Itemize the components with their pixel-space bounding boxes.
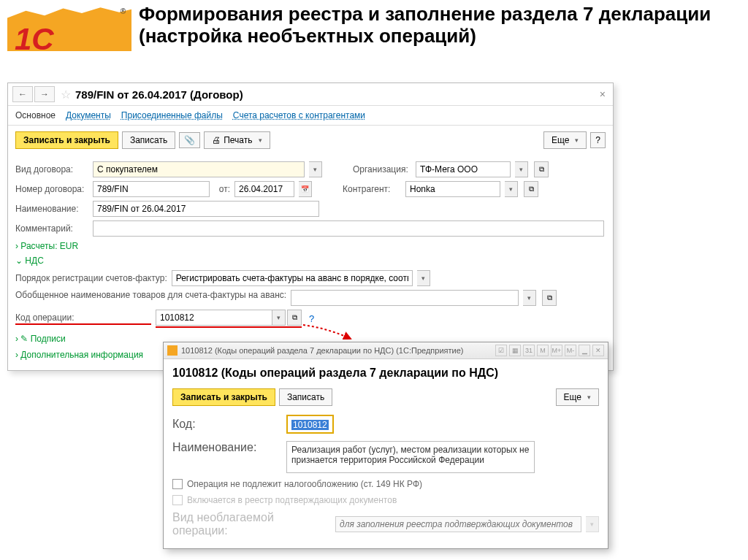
tb-mplus[interactable]: M+ — [551, 345, 562, 356]
calendar-icon[interactable]: 📅 — [299, 181, 312, 197]
label-code: Код: — [172, 418, 282, 431]
dropdown-icon[interactable]: ▾ — [417, 270, 430, 286]
printer-icon: 🖨 — [212, 135, 221, 145]
open-icon[interactable]: ⧉ — [534, 161, 549, 177]
slide-title: Формирования реестра и заполнение раздел… — [131, 4, 741, 47]
checkbox-not-taxable[interactable]: Операция не подлежит налогообложению (ст… — [172, 479, 599, 489]
dropdown-icon[interactable]: ▾ — [523, 290, 536, 306]
label-reg-order: Порядок регистрации счетов-фактур: — [15, 273, 167, 283]
dropdown-icon[interactable]: ▾ — [505, 181, 518, 197]
label-name: Наименование: — [15, 204, 88, 214]
label-gen-name: Обобщенное наименование товаров для счет… — [15, 290, 286, 302]
nav-back-button[interactable]: ← — [12, 86, 33, 102]
more-button[interactable]: Еще — [543, 131, 587, 149]
attach-button[interactable]: 📎 — [179, 132, 200, 148]
tab-files[interactable]: Присоединенные файлы — [121, 110, 223, 120]
dropdown-icon[interactable]: ▾ — [309, 161, 322, 177]
save-button[interactable]: Записать — [279, 388, 332, 406]
label-contract-type: Вид договора: — [15, 164, 88, 174]
label-org: Организация: — [353, 164, 411, 174]
counterparty-input[interactable] — [405, 181, 500, 197]
tb-min-icon[interactable]: ▁ — [579, 345, 590, 356]
name-textarea[interactable]: Реализация работ (услуг), местом реализа… — [286, 441, 535, 473]
label-op-code: Код операции: — [15, 312, 151, 325]
dialog-titlebar: 1010812 (Коды операций раздела 7 деклара… — [181, 346, 495, 355]
open-icon[interactable]: ⧉ — [524, 181, 538, 197]
open-icon[interactable]: ⧉ — [542, 290, 557, 306]
close-icon[interactable]: ✕ — [592, 345, 604, 356]
tb-calc-icon[interactable]: ▦ — [509, 345, 521, 356]
gen-name-input[interactable] — [291, 290, 519, 306]
op-code-dialog: 1010812 (Коды операций раздела 7 деклара… — [163, 342, 608, 549]
save-close-button[interactable]: Записать и закрыть — [15, 131, 118, 149]
logo-1c: 1С ® — [7, 4, 131, 62]
nontax-kind-input — [335, 516, 581, 532]
label-name: Наименование: — [172, 441, 282, 454]
tab-accounts[interactable]: Счета расчетов с контрагентами — [233, 110, 365, 120]
dialog-heading: 1010812 (Коды операций раздела 7 деклара… — [172, 367, 599, 380]
save-close-button[interactable]: Записать и закрыть — [172, 388, 275, 406]
window-title: 789/FIN от 26.04.2017 (Договор) — [75, 88, 243, 101]
label-comment: Комментарий: — [15, 223, 88, 234]
label-nontax-kind: Вид необлагаемой операции: — [172, 511, 331, 537]
tb-save-icon[interactable]: ☑ — [495, 345, 507, 356]
op-code-input[interactable] — [156, 310, 272, 326]
label-counterparty: Контрагент: — [343, 184, 401, 194]
code-input[interactable]: 1010812 — [286, 415, 334, 434]
name-input[interactable] — [93, 201, 319, 217]
tb-cal-icon[interactable]: 31 — [523, 345, 535, 356]
save-button[interactable]: Записать — [122, 131, 175, 149]
tab-documents[interactable]: Документы — [66, 110, 111, 120]
dropdown-icon[interactable]: ▾ — [515, 161, 528, 177]
date-input[interactable] — [234, 181, 294, 197]
tab-main[interactable]: Основное — [15, 110, 56, 120]
dropdown-icon: ▾ — [586, 516, 599, 532]
help-icon[interactable]: ? — [309, 313, 314, 324]
label-from: от: — [214, 184, 230, 194]
comment-input[interactable] — [93, 220, 604, 237]
contract-no-input[interactable] — [93, 181, 210, 197]
label-contract-no: Номер договора: — [15, 184, 88, 194]
contract-type-input[interactable] — [93, 161, 305, 177]
favorite-icon[interactable]: ☆ — [61, 88, 71, 101]
link-settlements[interactable]: Расчеты: EUR — [15, 241, 78, 251]
org-input[interactable] — [416, 161, 511, 177]
link-extra-info[interactable]: Дополнительная информация — [15, 350, 143, 360]
close-icon[interactable]: × — [597, 88, 608, 100]
link-vat[interactable]: НДС — [15, 256, 44, 266]
nav-forward-button[interactable]: → — [34, 86, 55, 102]
checkbox-include-registry: Включается в реестр подтверждающих докум… — [172, 495, 599, 505]
open-icon[interactable]: ⧉ — [287, 310, 302, 326]
dropdown-icon[interactable]: ▾ — [272, 310, 286, 326]
print-button[interactable]: 🖨Печать — [204, 131, 270, 149]
logo-icon — [167, 345, 178, 356]
contract-window: ← → ☆ 789/FIN от 26.04.2017 (Договор) × … — [7, 83, 614, 371]
more-button[interactable]: Еще — [556, 388, 599, 406]
checkbox-icon — [172, 495, 183, 505]
tb-mminus[interactable]: M- — [565, 345, 576, 356]
link-signatures[interactable]: ✎ Подписи — [15, 334, 66, 344]
reg-order-input[interactable] — [172, 270, 413, 286]
help-button[interactable]: ? — [590, 132, 606, 148]
tb-m[interactable]: M — [537, 345, 549, 356]
checkbox-icon — [172, 479, 183, 489]
